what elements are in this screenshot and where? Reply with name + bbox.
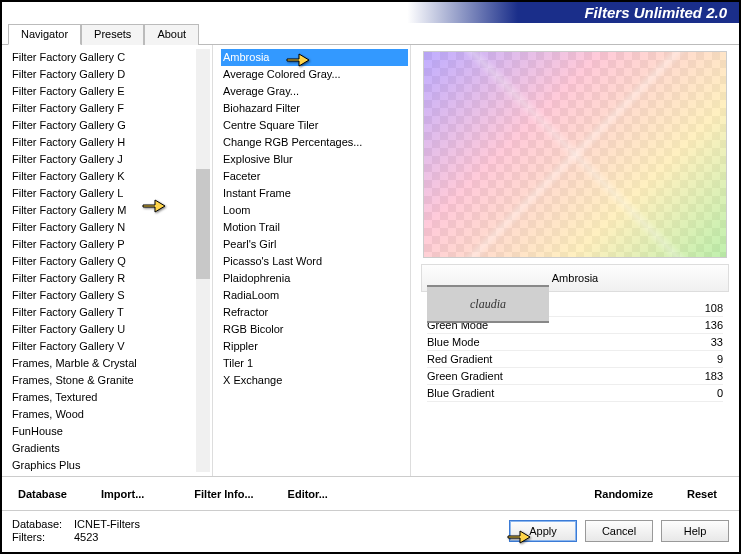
filter-item[interactable]: Refractor	[221, 304, 408, 321]
filter-item[interactable]: Picasso's Last Word	[221, 253, 408, 270]
category-item[interactable]: Filter Factory Gallery K	[10, 168, 210, 185]
current-filter-name: Ambrosia	[552, 272, 598, 284]
watermark-badge: claudia	[427, 285, 549, 323]
param-name: Green Gradient	[427, 370, 503, 382]
param-value: 183	[705, 370, 723, 382]
param-value: 108	[705, 302, 723, 314]
filter-item[interactable]: Explosive Blur	[221, 151, 408, 168]
parameters-panel: Red Mode108Green Mode136Blue Mode33Red G…	[421, 296, 729, 476]
help-button[interactable]: Help	[661, 520, 729, 542]
category-item[interactable]: Filter Factory Gallery T	[10, 304, 210, 321]
param-row[interactable]: Red Gradient9	[427, 351, 723, 368]
cancel-button[interactable]: Cancel	[585, 520, 653, 542]
db-value: ICNET-Filters	[74, 518, 140, 530]
category-item[interactable]: Filter Factory Gallery C	[10, 49, 210, 66]
filter-item[interactable]: Rippler	[221, 338, 408, 355]
db-label: Database:	[12, 518, 68, 530]
param-value: 9	[717, 353, 723, 365]
category-pane: Filter Factory Gallery CFilter Factory G…	[2, 45, 213, 476]
filter-item[interactable]: Pearl's Girl	[221, 236, 408, 253]
category-item[interactable]: Frames, Marble & Crystal	[10, 355, 210, 372]
category-item[interactable]: Filter Factory Gallery D	[10, 66, 210, 83]
param-row[interactable]: Blue Gradient0	[427, 385, 723, 402]
filter-item[interactable]: Faceter	[221, 168, 408, 185]
filter-item[interactable]: Average Gray...	[221, 83, 408, 100]
category-item[interactable]: Graphics Plus	[10, 457, 210, 474]
param-row[interactable]: Blue Mode33	[427, 334, 723, 351]
filter-item[interactable]: Biohazard Filter	[221, 100, 408, 117]
category-item[interactable]: FunHouse	[10, 423, 210, 440]
filter-item[interactable]: RGB Bicolor	[221, 321, 408, 338]
param-name: Blue Mode	[427, 336, 480, 348]
filter-list[interactable]: AmbrosiaAverage Colored Gray...Average G…	[213, 45, 410, 476]
filter-item[interactable]: Instant Frame	[221, 185, 408, 202]
preview-pane: Ambrosia Red Mode108Green Mode136Blue Mo…	[411, 45, 739, 476]
category-scrollbar[interactable]	[196, 49, 210, 472]
param-row[interactable]: Green Gradient183	[427, 368, 723, 385]
apply-button[interactable]: Apply	[509, 520, 577, 542]
category-item[interactable]: Filter Factory Gallery F	[10, 100, 210, 117]
filters-count-label: Filters:	[12, 531, 68, 543]
watermark-text: claudia	[470, 297, 506, 312]
category-item[interactable]: Filter Factory Gallery V	[10, 338, 210, 355]
category-item[interactable]: Filter Factory Gallery J	[10, 151, 210, 168]
preview-image	[423, 51, 727, 258]
category-item[interactable]: Filter Factory Gallery U	[10, 321, 210, 338]
filter-item[interactable]: RadiaLoom	[221, 287, 408, 304]
filter-item[interactable]: Average Colored Gray...	[221, 66, 408, 83]
status-row: Database: ICNET-Filters Filters: 4523 Ap…	[2, 510, 739, 550]
category-item[interactable]: Frames, Stone & Granite	[10, 372, 210, 389]
tab-presets[interactable]: Presets	[81, 24, 144, 45]
randomize-button[interactable]: Randomize	[586, 484, 661, 504]
category-list[interactable]: Filter Factory Gallery CFilter Factory G…	[2, 45, 212, 476]
filter-item[interactable]: Tiler 1	[221, 355, 408, 372]
param-name: Blue Gradient	[427, 387, 494, 399]
category-item[interactable]: Filter Factory Gallery L	[10, 185, 210, 202]
title-bar: Filters Unlimited 2.0	[2, 2, 739, 24]
tab-row: Navigator Presets About	[2, 23, 739, 45]
category-item[interactable]: Filter Factory Gallery M	[10, 202, 210, 219]
filter-item[interactable]: Loom	[221, 202, 408, 219]
toolbar-row: Database Import... Filter Info... Editor…	[2, 476, 739, 510]
param-value: 136	[705, 319, 723, 331]
category-item[interactable]: Filter Factory Gallery E	[10, 83, 210, 100]
reset-button[interactable]: Reset	[679, 484, 725, 504]
category-item[interactable]: Filter Factory Gallery G	[10, 117, 210, 134]
param-value: 0	[717, 387, 723, 399]
filter-info-button[interactable]: Filter Info...	[186, 484, 261, 504]
filter-pane: AmbrosiaAverage Colored Gray...Average G…	[213, 45, 411, 476]
import-button[interactable]: Import...	[93, 484, 152, 504]
category-item[interactable]: Filter Factory Gallery R	[10, 270, 210, 287]
param-name: Red Gradient	[427, 353, 492, 365]
category-item[interactable]: Gradients	[10, 440, 210, 457]
category-item[interactable]: Frames, Wood	[10, 406, 210, 423]
window-title: Filters Unlimited 2.0	[584, 4, 727, 21]
scroll-thumb[interactable]	[196, 169, 210, 279]
category-item[interactable]: Filter Factory Gallery P	[10, 236, 210, 253]
main-panels: Filter Factory Gallery CFilter Factory G…	[2, 45, 739, 476]
filter-item[interactable]: Plaidophrenia	[221, 270, 408, 287]
filter-item[interactable]: Motion Trail	[221, 219, 408, 236]
filter-item[interactable]: Ambrosia	[221, 49, 408, 66]
database-button[interactable]: Database	[10, 484, 75, 504]
category-item[interactable]: Frames, Textured	[10, 389, 210, 406]
window: Filters Unlimited 2.0 Navigator Presets …	[0, 0, 741, 554]
filter-item[interactable]: X Exchange	[221, 372, 408, 389]
filters-count-value: 4523	[74, 531, 98, 543]
category-item[interactable]: Filter Factory Gallery H	[10, 134, 210, 151]
category-item[interactable]: Filter Factory Gallery Q	[10, 253, 210, 270]
category-item[interactable]: Filter Factory Gallery S	[10, 287, 210, 304]
tab-navigator[interactable]: Navigator	[8, 24, 81, 45]
status-left: Database: ICNET-Filters Filters: 4523	[12, 518, 140, 543]
filter-item[interactable]: Change RGB Percentages...	[221, 134, 408, 151]
filter-item[interactable]: Centre Square Tiler	[221, 117, 408, 134]
category-item[interactable]: Filter Factory Gallery N	[10, 219, 210, 236]
tab-about[interactable]: About	[144, 24, 199, 45]
param-value: 33	[711, 336, 723, 348]
editor-button[interactable]: Editor...	[280, 484, 336, 504]
